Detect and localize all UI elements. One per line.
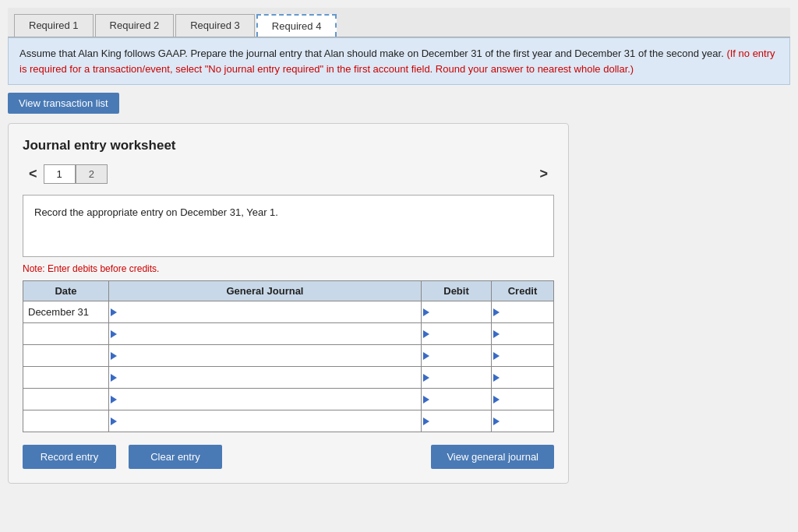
debit-input-3[interactable] xyxy=(426,372,486,383)
credit-cell-1[interactable] xyxy=(492,323,554,345)
entry-description: Record the appropriate entry on December… xyxy=(23,195,554,257)
cell-indicator-icon xyxy=(111,396,117,403)
general-journal-input-0[interactable] xyxy=(114,306,416,318)
worksheet-title: Journal entry worksheet xyxy=(23,138,554,153)
col-header-debit: Debit xyxy=(422,281,492,301)
general-journal-input-5[interactable] xyxy=(114,415,416,427)
cell-indicator-icon xyxy=(423,396,429,403)
table-row xyxy=(23,345,554,367)
debit-input-5[interactable] xyxy=(426,415,486,427)
col-header-credit: Credit xyxy=(492,281,554,301)
general-journal-cell-3[interactable] xyxy=(109,367,422,389)
debit-input-0[interactable] xyxy=(426,306,486,318)
cell-indicator-icon xyxy=(111,308,117,316)
note-text: Note: Enter debits before credits. xyxy=(23,263,554,274)
cell-indicator-icon xyxy=(111,352,117,360)
cell-indicator-icon xyxy=(423,417,429,425)
general-journal-cell-4[interactable] xyxy=(109,389,422,410)
entry-tab-2[interactable]: 2 xyxy=(76,164,108,184)
cell-indicator-icon xyxy=(493,330,500,338)
cell-indicator-icon xyxy=(493,374,500,382)
date-cell-4 xyxy=(23,389,109,410)
nav-left-arrow[interactable]: < xyxy=(23,164,44,184)
cell-indicator-icon xyxy=(111,417,117,425)
debit-cell-0[interactable] xyxy=(422,301,492,323)
cell-indicator-icon xyxy=(493,352,500,360)
cell-indicator-icon xyxy=(493,308,500,316)
debit-cell-1[interactable] xyxy=(422,323,492,345)
record-entry-button[interactable]: Record entry xyxy=(23,445,116,469)
debit-input-1[interactable] xyxy=(426,328,486,340)
credit-input-4[interactable] xyxy=(496,393,549,405)
cell-indicator-icon xyxy=(423,330,429,338)
table-row xyxy=(23,367,554,389)
credit-cell-2[interactable] xyxy=(492,345,554,367)
cell-indicator-icon xyxy=(423,374,429,382)
general-journal-input-2[interactable] xyxy=(114,350,416,361)
general-journal-cell-2[interactable] xyxy=(109,345,422,367)
debit-input-2[interactable] xyxy=(426,350,486,361)
cell-indicator-icon xyxy=(423,352,429,360)
cell-indicator-icon xyxy=(493,417,500,425)
credit-cell-4[interactable] xyxy=(492,389,554,410)
credit-input-2[interactable] xyxy=(496,350,549,361)
tabs-bar: Required 1 Required 2 Required 3 Require… xyxy=(8,8,790,37)
debit-cell-3[interactable] xyxy=(422,367,492,389)
view-general-journal-button[interactable]: View general journal xyxy=(431,445,554,469)
credit-input-1[interactable] xyxy=(496,328,549,340)
tab-required2[interactable]: Required 2 xyxy=(95,14,175,37)
cell-indicator-icon xyxy=(111,374,117,382)
credit-input-5[interactable] xyxy=(496,415,549,427)
general-journal-input-4[interactable] xyxy=(114,393,416,405)
general-journal-input-3[interactable] xyxy=(114,372,416,383)
general-journal-cell-1[interactable] xyxy=(109,323,422,345)
table-row xyxy=(23,323,554,345)
general-journal-cell-0[interactable] xyxy=(109,301,422,323)
general-journal-cell-5[interactable] xyxy=(109,410,422,432)
credit-cell-0[interactable] xyxy=(492,301,554,323)
debit-input-4[interactable] xyxy=(426,393,486,405)
journal-entry-worksheet: Journal entry worksheet < 1 2 > Record t… xyxy=(8,123,569,484)
tab-required4[interactable]: Required 4 xyxy=(256,14,337,37)
view-transaction-list-button[interactable]: View transaction list xyxy=(8,93,119,114)
entry-navigation: < 1 2 > xyxy=(23,164,554,184)
col-header-date: Date xyxy=(23,281,109,301)
cell-indicator-icon xyxy=(111,330,117,338)
table-row: December 31 xyxy=(23,301,554,323)
table-row xyxy=(23,389,554,410)
credit-cell-5[interactable] xyxy=(492,410,554,432)
date-cell-2 xyxy=(23,345,109,367)
credit-input-3[interactable] xyxy=(496,372,549,383)
credit-cell-3[interactable] xyxy=(492,367,554,389)
journal-table: Date General Journal Debit Credit Decemb… xyxy=(23,280,554,432)
bottom-buttons: Record entry Clear entry View general jo… xyxy=(23,445,554,469)
instructions-main-text: Assume that Alan King follows GAAP. Prep… xyxy=(19,48,724,59)
date-cell-5 xyxy=(23,410,109,432)
cell-indicator-icon xyxy=(493,396,500,403)
debit-cell-5[interactable] xyxy=(422,410,492,432)
table-row xyxy=(23,410,554,432)
nav-right-arrow[interactable]: > xyxy=(533,164,554,184)
date-cell-3 xyxy=(23,367,109,389)
tab-required1[interactable]: Required 1 xyxy=(14,14,94,37)
tab-required3[interactable]: Required 3 xyxy=(175,14,255,37)
clear-entry-button[interactable]: Clear entry xyxy=(129,445,222,469)
date-cell-0: December 31 xyxy=(23,301,109,323)
debit-cell-2[interactable] xyxy=(422,345,492,367)
col-header-general-journal: General Journal xyxy=(109,281,422,301)
date-cell-1 xyxy=(23,323,109,345)
entry-tab-1[interactable]: 1 xyxy=(44,164,76,184)
credit-input-0[interactable] xyxy=(496,306,549,318)
debit-cell-4[interactable] xyxy=(422,389,492,410)
general-journal-input-1[interactable] xyxy=(114,328,416,340)
instructions-box: Assume that Alan King follows GAAP. Prep… xyxy=(8,37,790,85)
cell-indicator-icon xyxy=(423,308,429,316)
